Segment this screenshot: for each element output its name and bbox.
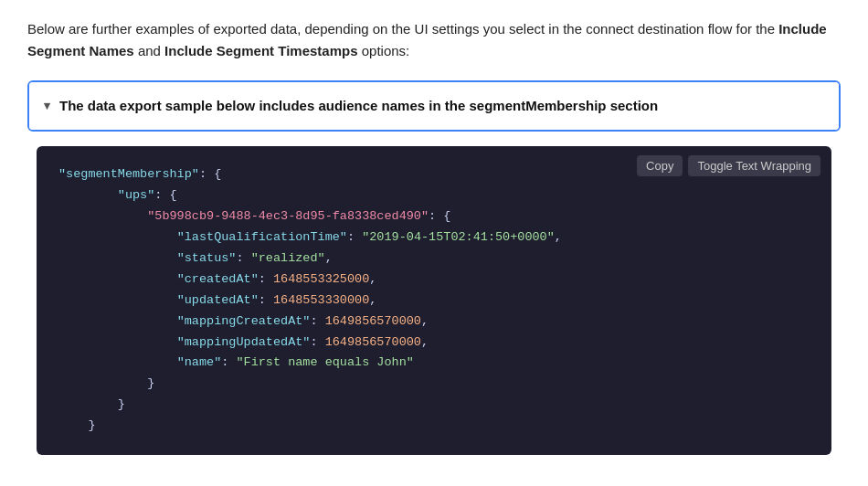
code-block: "segmentMembership": { "ups": { "5b998cb… <box>37 146 831 455</box>
code-toolbar: Copy Toggle Text Wrapping <box>637 155 820 176</box>
description-text: Below are further examples of exported d… <box>27 18 841 62</box>
copy-button[interactable]: Copy <box>637 155 683 176</box>
accordion: ▾ The data export sample below includes … <box>27 80 841 132</box>
accordion-label: The data export sample below includes au… <box>59 95 658 117</box>
toggle-wrap-button[interactable]: Toggle Text Wrapping <box>688 155 820 176</box>
accordion-header[interactable]: ▾ The data export sample below includes … <box>29 82 839 130</box>
chevron-down-icon: ▾ <box>44 97 50 116</box>
code-block-wrapper: Copy Toggle Text Wrapping "segmentMember… <box>37 146 831 455</box>
